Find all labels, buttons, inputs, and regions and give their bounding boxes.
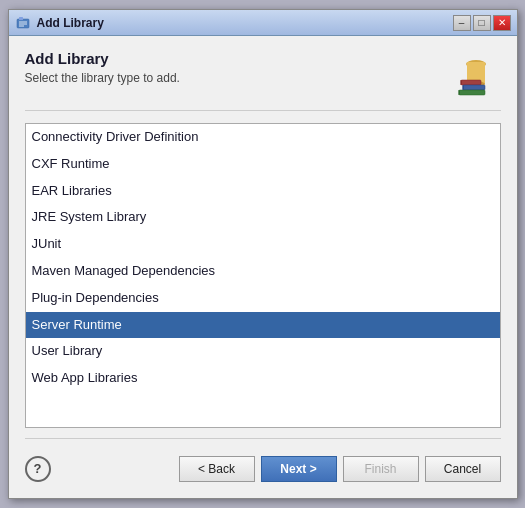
bottom-section: ? < Back Next > Finish Cancel: [25, 438, 501, 488]
maximize-button[interactable]: □: [473, 15, 491, 31]
library-icon: [451, 50, 501, 100]
finish-button[interactable]: Finish: [343, 456, 419, 482]
list-item[interactable]: JUnit: [26, 231, 500, 258]
library-list[interactable]: Connectivity Driver DefinitionCXF Runtim…: [25, 123, 501, 428]
svg-rect-9: [463, 85, 485, 90]
list-item[interactable]: CXF Runtime: [26, 151, 500, 178]
list-item[interactable]: Web App Libraries: [26, 365, 500, 392]
svg-rect-1: [19, 17, 23, 20]
title-bar: Add Library – □ ✕: [9, 10, 517, 36]
dialog-buttons: < Back Next > Finish Cancel: [179, 456, 501, 482]
back-button[interactable]: < Back: [179, 456, 255, 482]
minimize-button[interactable]: –: [453, 15, 471, 31]
list-item[interactable]: Connectivity Driver Definition: [26, 124, 500, 151]
content-area: Add Library Select the library type to a…: [9, 36, 517, 498]
dialog-subtitle: Select the library type to add.: [25, 71, 441, 85]
list-item[interactable]: Server Runtime: [26, 312, 500, 339]
list-item[interactable]: Plug-in Dependencies: [26, 285, 500, 312]
window-icon: [15, 15, 31, 31]
help-button[interactable]: ?: [25, 456, 51, 482]
svg-rect-0: [17, 19, 29, 28]
next-button[interactable]: Next >: [261, 456, 337, 482]
close-button[interactable]: ✕: [493, 15, 511, 31]
list-item[interactable]: JRE System Library: [26, 204, 500, 231]
add-library-dialog: Add Library – □ ✕ Add Library Select the…: [8, 9, 518, 499]
list-item[interactable]: Maven Managed Dependencies: [26, 258, 500, 285]
list-item[interactable]: EAR Libraries: [26, 178, 500, 205]
title-bar-buttons: – □ ✕: [453, 15, 511, 31]
cancel-button[interactable]: Cancel: [425, 456, 501, 482]
header-section: Add Library Select the library type to a…: [25, 50, 501, 111]
svg-rect-8: [461, 80, 481, 85]
header-text: Add Library Select the library type to a…: [25, 50, 441, 85]
dialog-title: Add Library: [25, 50, 441, 67]
list-item[interactable]: User Library: [26, 338, 500, 365]
window-title: Add Library: [37, 16, 453, 30]
svg-rect-10: [459, 90, 485, 95]
